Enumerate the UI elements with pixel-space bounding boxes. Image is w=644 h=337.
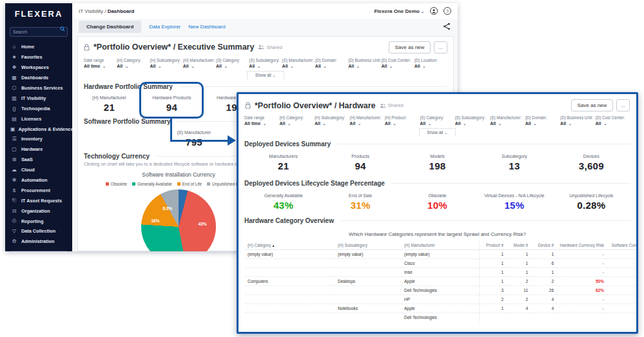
filter-label: (S) Category: — [216, 58, 249, 63]
sidebar-item-licenses[interactable]: ▤Licenses — [5, 113, 72, 124]
stat-subcategory[interactable]: Subcategory13 — [476, 154, 552, 171]
filter-value-dropdown[interactable]: All ⌄ — [525, 121, 560, 126]
filter-value-dropdown[interactable]: All ⌄ — [420, 121, 454, 126]
filter-label: (D) Cost Center: — [596, 115, 630, 120]
table-col-6[interactable]: Hardware Currency Risk — [556, 241, 607, 250]
filter-value-dropdown[interactable]: All ⌄ — [385, 121, 420, 126]
cell-hw-risk: 50% — [556, 277, 607, 286]
help-icon[interactable]: ? — [444, 7, 451, 15]
table-row[interactable]: ComputersDesktopsApple12250%- — [245, 277, 638, 286]
sidebar-item-procurement[interactable]: $Procurement — [5, 185, 72, 195]
pie-chart[interactable]: 43%16%8.0% — [141, 189, 216, 251]
stat-value: 31% — [322, 200, 398, 211]
filter-value-dropdown[interactable]: All ⌄ — [381, 64, 414, 68]
sidebar-item-workspaces[interactable]: ❖Workspaces — [5, 63, 72, 73]
filter-value-dropdown[interactable]: All time ⌄ — [244, 121, 279, 126]
sidebar-item-favorites[interactable]: ★Favorites — [5, 52, 72, 63]
filter-value-dropdown[interactable]: All ⌄ — [415, 64, 447, 68]
legend-item-generally-available[interactable]: Generally Available — [132, 182, 172, 186]
filter-value-dropdown[interactable]: All ⌄ — [560, 121, 595, 126]
data-explorer-link[interactable]: Data Explorer — [149, 24, 181, 30]
cell-subcategory — [335, 268, 402, 277]
sidebar-item-saas[interactable]: ⊞SaaS — [5, 155, 72, 165]
sidebar-item-applications-evidence[interactable]: ▣Applications & Evidence — [5, 124, 72, 134]
breadcrumb[interactable]: IT Visibility / Dashboard — [79, 8, 134, 14]
more-options-button[interactable]: ... — [616, 99, 630, 111]
sidebar-item-organization[interactable]: ⊟Organization — [5, 206, 72, 216]
stat-products[interactable]: Products94 — [322, 154, 398, 171]
sidebar-item-cloud[interactable]: ☁Cloud — [5, 165, 72, 175]
table-row[interactable]: HP224-55% — [245, 295, 638, 304]
filter-value-dropdown[interactable]: All ⌄ — [282, 64, 315, 68]
sidebar-item-home[interactable]: ⌂Home — [5, 42, 72, 52]
share-icon[interactable] — [442, 23, 451, 32]
filter-value-dropdown[interactable]: All time ⌄ — [84, 64, 117, 68]
sidebar-item-data-collection[interactable]: ▽Data Collection — [5, 226, 72, 236]
table-row[interactable]: Dell Technologies3112662%74% — [245, 286, 638, 295]
filter-value-dropdown[interactable]: All ⌄ — [349, 121, 384, 126]
change-dashboard-button[interactable]: Change Dashboard — [79, 21, 141, 33]
filter-value-dropdown[interactable]: All ⌄ — [216, 64, 249, 68]
filter-value-dropdown[interactable]: All ⌄ — [183, 64, 216, 68]
table-col-5[interactable]: Device # — [531, 241, 556, 250]
filter-value-dropdown[interactable]: All ⌄ — [490, 121, 525, 126]
filter-value-dropdown[interactable]: All ⌄ — [348, 64, 381, 68]
stat-end-of-sale[interactable]: End of Sale31% — [322, 193, 398, 211]
sidebar-item-business-services[interactable]: ⬡Business Services — [5, 83, 72, 93]
table-row[interactable]: Cisco116-100% — [245, 259, 638, 268]
stat-generally-available[interactable]: Generally Available43% — [245, 193, 322, 211]
table-row[interactable]: Intel111-88% — [245, 268, 638, 277]
account-menu[interactable]: Flexera One Demo ⌄ — [374, 8, 424, 14]
sort-asc-icon: ▲ — [271, 244, 275, 247]
new-dashboard-link[interactable]: New Dashboard — [188, 24, 225, 30]
cell-hw-risk: - — [556, 268, 607, 277]
filter-label: (D) Location: — [415, 58, 447, 63]
sidebar-item-automation[interactable]: ✻Automation — [5, 175, 72, 186]
profile-icon[interactable] — [430, 7, 438, 15]
table-row[interactable]: (empty value)(empty value)(empty value)1… — [245, 250, 638, 259]
sidebar-item-dashboards[interactable]: ▦Dashboards — [5, 73, 72, 83]
sidebar-item-label: Automation — [21, 177, 48, 183]
sidebar-item-inventory[interactable]: ☰Inventory — [5, 134, 72, 144]
stat-unpublished-lifecycle[interactable]: Unpublished Lifecycle0.28% — [553, 193, 630, 211]
save-as-new-button[interactable]: Save as new — [389, 41, 431, 53]
filter-value-dropdown[interactable]: All ⌄ — [279, 121, 314, 126]
legend-item-end-of-life[interactable]: End of Life — [177, 182, 202, 186]
filter-value-dropdown[interactable]: All ⌄ — [117, 64, 150, 68]
legend-item-obsolete[interactable]: Obsolete — [106, 182, 127, 186]
show-all-button[interactable]: Show all ⌄ — [247, 71, 284, 79]
sidebar-item-hardware[interactable]: ▢Hardware — [5, 144, 72, 155]
table-col-2[interactable]: (H) Manufacturer — [402, 241, 479, 250]
sidebar-item-administration[interactable]: ⚙Administration — [5, 236, 72, 247]
stat-manufacturers[interactable]: Manufacturers21 — [245, 154, 322, 171]
table-col-4[interactable]: Model # — [506, 241, 531, 250]
stat-obsolete[interactable]: Obsolete10% — [399, 193, 476, 211]
filter-value-dropdown[interactable]: All ⌄ — [315, 121, 349, 126]
breadcrumb-section[interactable]: IT Visibility — [79, 8, 103, 14]
stat-virtual-devices-n-a-lifecycle[interactable]: Virtual Devices - N/A Lifecycle15% — [476, 193, 552, 211]
save-as-new-button[interactable]: Save as new — [571, 99, 614, 111]
hardware-icon: ▢ — [10, 146, 18, 152]
table-col-3[interactable]: Product # — [479, 241, 506, 250]
filter-value-dropdown[interactable]: All ⌄ — [249, 64, 282, 68]
filter-value-dropdown[interactable]: All ⌄ — [455, 121, 490, 126]
filter-value-dropdown[interactable]: All ⌄ — [596, 121, 630, 126]
sidebar-item-it-asset-requests[interactable]: ⎗IT Asset Requests — [5, 195, 72, 206]
stat--h-manufacturer[interactable]: (H) Manufacturer21 — [78, 95, 141, 113]
stat-models[interactable]: Models198 — [399, 154, 476, 171]
table-row[interactable]: Dell Technologies — [245, 313, 638, 322]
sidebar-item-reporting[interactable]: ⎙Reporting — [5, 216, 72, 226]
table-col-0[interactable]: (H) Category ▲ — [245, 241, 335, 250]
show-all-button[interactable]: Show all ⌄ — [419, 128, 456, 137]
table-col-1[interactable]: (H) Subcategory — [335, 241, 402, 250]
sidebar-item-technopedia[interactable]: {}Technopedia — [5, 103, 72, 113]
more-options-button[interactable]: ... — [434, 41, 447, 53]
sidebar-item-it-visibility[interactable]: ▥IT Visibility — [5, 93, 72, 103]
stat-devices[interactable]: Devices3,609 — [553, 154, 630, 171]
search-input[interactable] — [10, 27, 68, 37]
chevron-down-icon: ⌄ — [190, 64, 195, 68]
table-col-7[interactable]: Software Currency Risk — [607, 241, 638, 250]
filter-value-dropdown[interactable]: All ⌄ — [150, 64, 183, 68]
table-row[interactable]: NotebooksApple144-40% — [245, 304, 638, 313]
filter-value-dropdown[interactable]: All ⌄ — [315, 64, 348, 68]
